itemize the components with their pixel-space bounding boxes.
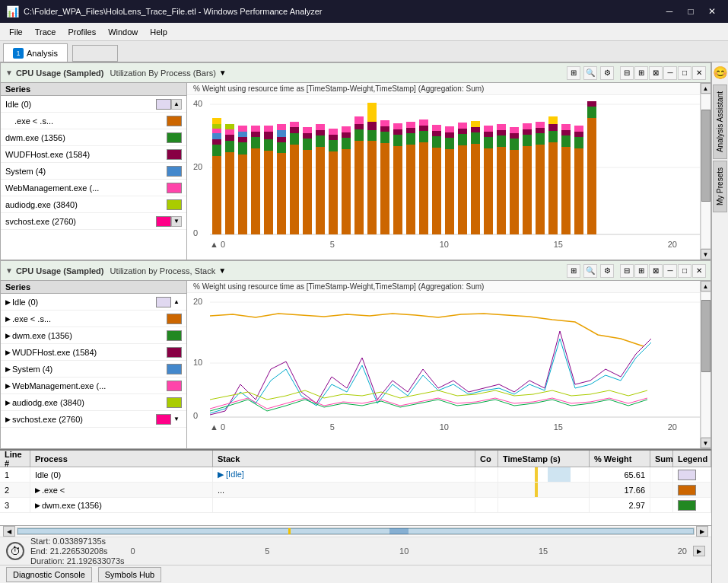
series-row-mid-svchost[interactable]: ▶ svchost.exe (2760) ▼ bbox=[1, 411, 186, 428]
series-row-mid-wudfhost[interactable]: ▶ WUDFHost.exe (1584) bbox=[1, 344, 186, 361]
expand-system[interactable]: ▶ bbox=[5, 365, 11, 373]
panel-top-min-btn[interactable]: ─ bbox=[663, 66, 677, 80]
expand-svchost[interactable]: ▶ bbox=[5, 416, 11, 423]
scroll-top-up[interactable]: ▲ bbox=[701, 83, 711, 94]
expand-audiodg[interactable]: ▶ bbox=[5, 399, 11, 406]
timeline-scroll-right2[interactable]: ▶ bbox=[693, 546, 705, 556]
maximize-button[interactable]: □ bbox=[681, 3, 701, 20]
panel-top-vert-scroll[interactable]: ▲ ▼ bbox=[700, 83, 711, 260]
expand-row3[interactable]: ▶ bbox=[35, 502, 40, 509]
series-row-svchost[interactable]: svchost.exe (2760) ▼ bbox=[1, 213, 186, 230]
svg-rect-61 bbox=[367, 130, 377, 141]
timeline-stats: Start: 0.033897135s End: 21.226530208s D… bbox=[30, 537, 125, 565]
tab-analysis[interactable]: 1 Analysis bbox=[3, 43, 68, 62]
col-header-sum[interactable]: Sum bbox=[650, 451, 673, 467]
symbols-hub-button[interactable]: Symbols Hub bbox=[98, 567, 161, 582]
diagnostic-console-button[interactable]: Diagnostic Console bbox=[6, 567, 92, 582]
scroll-mid-up-btn[interactable]: ▲ bbox=[701, 281, 711, 292]
series-row-webmgmt[interactable]: WebManagement.exe (... bbox=[1, 180, 186, 196]
col-header-timestamp[interactable]: TimeStamp (s) bbox=[498, 451, 590, 467]
timeline-scroll-right[interactable]: ▶ bbox=[696, 526, 708, 537]
series-row-mid-exe[interactable]: ▶ .exe < .s... bbox=[1, 311, 186, 327]
panel-mid-grid-btn3[interactable]: ⊠ bbox=[649, 264, 663, 278]
panel-mid-vert-scroll[interactable]: ▲ ▼ bbox=[700, 281, 711, 448]
panel-top-collapse-icon[interactable]: ▼ bbox=[5, 68, 13, 77]
panel-top-icon-btn[interactable]: ⊞ bbox=[567, 66, 580, 80]
panel-mid-dropdown-icon[interactable]: ▼ bbox=[218, 266, 226, 275]
series-row-mid-system[interactable]: ▶ System (4) bbox=[1, 361, 186, 378]
menu-trace[interactable]: Trace bbox=[29, 24, 62, 40]
series-row-system[interactable]: System (4) bbox=[1, 163, 186, 180]
panel-mid-grid-btn1[interactable]: ⊟ bbox=[620, 264, 634, 278]
scroll-mid-up[interactable]: ▲ bbox=[171, 298, 182, 305]
menu-help[interactable]: Help bbox=[144, 24, 173, 40]
panel-top-search-btn[interactable]: 🔍 bbox=[583, 66, 597, 80]
panel-mid-max-btn[interactable]: □ bbox=[678, 264, 691, 278]
scroll-top-down[interactable]: ▼ bbox=[701, 249, 711, 260]
menu-profiles[interactable]: Profiles bbox=[62, 24, 102, 40]
panel-top-grid-btn1[interactable]: ⊟ bbox=[620, 66, 634, 80]
expand-webmgmt[interactable]: ▶ bbox=[5, 382, 11, 390]
series-row-mid-webmgmt[interactable]: ▶ WebManagement.exe (... bbox=[1, 378, 186, 394]
scroll-down-top[interactable]: ▼ bbox=[171, 216, 182, 227]
series-row-mid-dwm[interactable]: ▶ dwm.exe (1356) bbox=[1, 327, 186, 344]
col-header-weight[interactable]: % Weight bbox=[590, 451, 650, 467]
series-color-audiodg bbox=[167, 199, 182, 210]
panel-mid-collapse-icon[interactable]: ▼ bbox=[5, 266, 13, 275]
scroll-up-top[interactable]: ▲ bbox=[171, 99, 182, 110]
expand-row2[interactable]: ▶ bbox=[35, 486, 40, 494]
table-row-1[interactable]: 1 Idle (0) ▶ [Idle] 65.61 bbox=[0, 467, 711, 483]
col-header-stack[interactable]: Stack bbox=[213, 451, 475, 467]
menu-file[interactable]: File bbox=[3, 24, 29, 40]
series-row-dwm[interactable]: dwm.exe (1356) bbox=[1, 129, 186, 146]
panel-top-dropdown-icon[interactable]: ▼ bbox=[219, 68, 227, 77]
panel-top-grid-btn3[interactable]: ⊠ bbox=[649, 66, 663, 80]
cell-sum-3 bbox=[650, 498, 673, 512]
series-row-audiodg[interactable]: audiodg.exe (3840) bbox=[1, 196, 186, 213]
scroll-mid-thumb[interactable] bbox=[701, 300, 711, 372]
timeline-thumb[interactable] bbox=[17, 528, 694, 534]
panel-mid-search-btn[interactable]: 🔍 bbox=[583, 264, 597, 278]
svg-rect-106 bbox=[510, 133, 519, 139]
panel-mid-close-btn[interactable]: ✕ bbox=[692, 264, 706, 278]
panel-top-settings-btn[interactable]: ⚙ bbox=[600, 66, 614, 80]
series-row-mid-audiodg[interactable]: ▶ audiodg.exe (3840) bbox=[1, 394, 186, 411]
table-row-3[interactable]: 3 ▶ dwm.exe (1356) 2.97 bbox=[0, 498, 711, 513]
col-header-process[interactable]: Process bbox=[30, 451, 213, 467]
svg-rect-119 bbox=[548, 116, 558, 124]
panel-mid-icon-btn[interactable]: ⊞ bbox=[567, 264, 580, 278]
panel-mid-grid-btn2[interactable]: ⊞ bbox=[634, 264, 648, 278]
svg-rect-43 bbox=[303, 127, 312, 133]
minimize-button[interactable]: ─ bbox=[660, 3, 679, 20]
col-header-legend[interactable]: Legend bbox=[673, 451, 711, 467]
expand-dwm[interactable]: ▶ bbox=[5, 332, 11, 339]
expand-idle[interactable]: ▶ bbox=[5, 298, 11, 306]
scroll-mid-down[interactable]: ▼ bbox=[171, 416, 182, 422]
side-tab-my-presets[interactable]: My Presets bbox=[713, 161, 727, 212]
expand-exe[interactable]: ▶ bbox=[5, 315, 11, 323]
panel-mid-settings-btn[interactable]: ⚙ bbox=[600, 264, 614, 278]
col-header-count[interactable]: Co bbox=[475, 451, 498, 467]
timeline-scroll-left[interactable]: ◀ bbox=[3, 526, 15, 537]
series-row-exe[interactable]: .exe < .s... bbox=[1, 113, 186, 129]
close-button[interactable]: ✕ bbox=[702, 3, 722, 20]
series-row-idle[interactable]: Idle (0) ▲ bbox=[1, 96, 186, 113]
scroll-mid-down-btn[interactable]: ▼ bbox=[701, 438, 711, 448]
panel-top-grid-btn2[interactable]: ⊞ bbox=[634, 66, 648, 80]
panel-mid-min-btn[interactable]: ─ bbox=[663, 264, 677, 278]
scroll-top-track[interactable] bbox=[701, 94, 711, 249]
menu-window[interactable]: Window bbox=[102, 24, 144, 40]
expand-wudfhost[interactable]: ▶ bbox=[5, 349, 11, 356]
timeline-scroll-bar[interactable]: ◀ ▶ bbox=[0, 526, 711, 537]
series-row-wudfhost[interactable]: WUDFHost.exe (1584) bbox=[1, 146, 186, 163]
scroll-mid-track[interactable] bbox=[701, 292, 711, 438]
col-header-line[interactable]: Line # bbox=[0, 451, 30, 467]
table-row-2[interactable]: 2 ▶ .exe < ... 17.66 bbox=[0, 483, 711, 498]
side-tab-analysis-assistant[interactable]: Analysis Assistant bbox=[713, 84, 727, 159]
series-row-mid-idle[interactable]: ▶ Idle (0) ▲ bbox=[1, 294, 186, 311]
timeline-track[interactable] bbox=[17, 527, 695, 535]
svg-rect-63 bbox=[367, 103, 377, 122]
scroll-top-thumb[interactable] bbox=[701, 110, 711, 202]
panel-top-close-btn[interactable]: ✕ bbox=[692, 66, 706, 80]
panel-top-max-btn[interactable]: □ bbox=[678, 66, 691, 80]
